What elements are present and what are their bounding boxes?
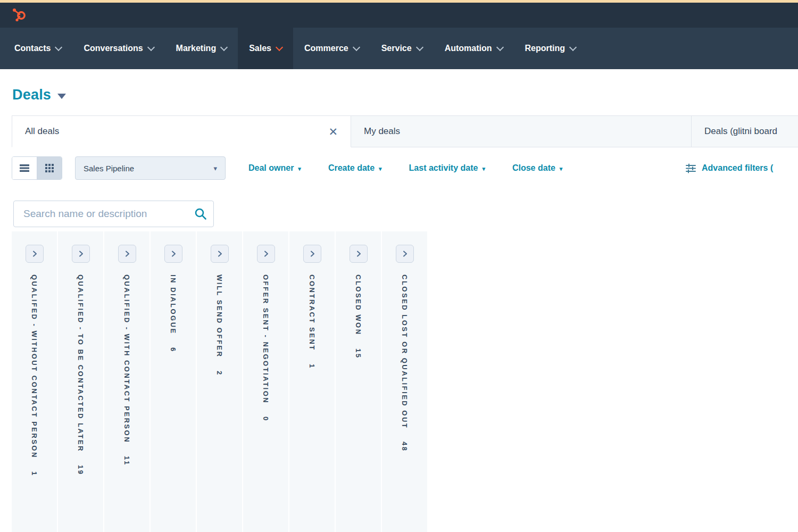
filter-label: Deal owner xyxy=(248,163,294,173)
filter-last-activity-date[interactable]: Last activity date ▾ xyxy=(409,163,485,173)
advanced-filters-icon xyxy=(685,163,696,174)
chevron-right-icon xyxy=(31,251,38,257)
column-count: 1 xyxy=(30,471,38,477)
expand-column-button[interactable] xyxy=(211,245,229,263)
advanced-filters-label: Advanced filters ( xyxy=(702,163,773,173)
column-name: CONTRACT SENT xyxy=(308,275,316,351)
pipeline-column: OFFER SENT - NEGOTIATION 0 xyxy=(243,231,288,532)
column-name: CLOSED LOST OR QUALIFIED OUT xyxy=(401,275,409,429)
pipeline-column: QUALIFIED - WITH CONTACT PERSON 11 xyxy=(104,231,149,532)
tab-label: Deals (glitni board xyxy=(704,126,777,137)
nav-item-label: Marketing xyxy=(176,44,217,53)
page-title-row: Deals xyxy=(12,87,66,103)
nav-item-label: Commerce xyxy=(304,44,348,53)
nav-item-automation[interactable]: Automation xyxy=(434,28,514,69)
search-icon[interactable] xyxy=(194,207,207,223)
nav-item-sales[interactable]: Sales xyxy=(238,28,293,69)
nav-item-label: Service xyxy=(381,44,412,53)
page-title[interactable]: Deals xyxy=(12,87,51,103)
column-name: WILL SEND OFFER xyxy=(215,275,223,358)
column-name: QUALIFIED - WITH CONTACT PERSON xyxy=(123,275,131,443)
nav-item-label: Conversations xyxy=(84,44,143,53)
nav-item-commerce[interactable]: Commerce xyxy=(293,28,370,69)
column-count: 0 xyxy=(262,417,270,422)
column-count: 19 xyxy=(77,465,85,475)
pipeline-column: QUALIFED - WITHOUT CONTACT PERSON 1 xyxy=(12,231,57,532)
expand-column-button[interactable] xyxy=(257,245,275,263)
nav-item-marketing[interactable]: Marketing xyxy=(165,28,238,69)
column-count: 15 xyxy=(354,348,362,359)
nav-item-reporting[interactable]: Reporting xyxy=(514,28,587,69)
nav-item-label: Sales xyxy=(249,44,271,53)
column-name: CLOSED WON xyxy=(354,275,362,336)
chevron-right-icon xyxy=(355,251,362,257)
filter-label: Close date xyxy=(512,163,555,173)
chevron-down-icon xyxy=(569,43,577,51)
column-header: OFFER SENT - NEGOTIATION 0 xyxy=(262,275,270,422)
close-icon[interactable]: ✕ xyxy=(328,126,338,137)
tab-deals-glitni-board[interactable]: Deals (glitni board xyxy=(692,115,798,147)
expand-column-button[interactable] xyxy=(303,245,321,263)
view-tabs: All deals ✕ My deals Deals (glitni board xyxy=(12,115,798,147)
quick-filters: Deal owner ▾ Create date ▾ Last activity… xyxy=(248,163,562,173)
tab-label: My deals xyxy=(364,126,400,137)
column-count: 1 xyxy=(308,364,316,369)
nav-item-label: Contacts xyxy=(14,44,51,53)
chevron-right-icon xyxy=(309,251,315,257)
search-input[interactable] xyxy=(13,201,214,227)
filter-label: Last activity date xyxy=(409,163,478,173)
chevron-down-icon xyxy=(496,43,503,51)
column-header: WILL SEND OFFER 2 xyxy=(215,275,223,376)
column-count: 6 xyxy=(169,347,177,353)
column-header: QUALIFIED - TO BE CONTACTED LATER 19 xyxy=(77,275,85,475)
expand-column-button[interactable] xyxy=(164,245,182,263)
pipeline-column: WILL SEND OFFER 2 xyxy=(197,231,242,532)
column-header: CLOSED WON 15 xyxy=(354,275,362,359)
board-view-button[interactable] xyxy=(37,157,62,179)
nav-item-conversations[interactable]: Conversations xyxy=(72,28,164,69)
pipeline-select[interactable]: Sales Pipeline ▾ xyxy=(75,156,226,180)
tab-all-deals[interactable]: All deals ✕ xyxy=(12,115,351,147)
chevron-down-icon xyxy=(276,43,283,51)
pipeline-column: CONTRACT SENT 1 xyxy=(289,231,335,532)
column-name: QUALIFED - WITHOUT CONTACT PERSON xyxy=(30,275,38,459)
filter-label: Create date xyxy=(328,163,375,173)
controls-row: Sales Pipeline ▾ Deal owner ▾ Create dat… xyxy=(12,156,562,180)
caret-down-icon: ▾ xyxy=(560,165,563,172)
caret-down-icon: ▾ xyxy=(298,165,301,172)
tab-label: All deals xyxy=(25,126,59,137)
title-caret-down-icon[interactable] xyxy=(57,94,66,99)
column-header: CONTRACT SENT 1 xyxy=(308,275,316,369)
list-view-button[interactable] xyxy=(12,157,37,179)
column-count: 48 xyxy=(401,442,409,452)
expand-column-button[interactable] xyxy=(26,245,44,263)
caret-down-icon: ▾ xyxy=(482,165,485,172)
nav-item-service[interactable]: Service xyxy=(370,28,434,69)
chevron-right-icon xyxy=(124,251,130,257)
chevron-down-icon xyxy=(353,43,360,51)
chevron-down-icon xyxy=(55,43,62,51)
filter-close-date[interactable]: Close date ▾ xyxy=(512,163,562,173)
expand-column-button[interactable] xyxy=(118,245,136,263)
nav-item-contacts[interactable]: Contacts xyxy=(3,28,72,69)
pipeline-column: CLOSED WON 15 xyxy=(336,231,381,532)
pipeline-column: IN DIALOGUE 6 xyxy=(151,231,196,532)
expand-column-button[interactable] xyxy=(396,245,414,263)
pipeline-column: CLOSED LOST OR QUALIFIED OUT 48 xyxy=(382,231,427,532)
filter-create-date[interactable]: Create date ▾ xyxy=(328,163,382,173)
list-view-icon xyxy=(18,162,31,174)
filter-deal-owner[interactable]: Deal owner ▾ xyxy=(248,163,301,173)
view-toggle-group xyxy=(12,156,62,180)
expand-column-button[interactable] xyxy=(350,245,368,263)
column-name: IN DIALOGUE xyxy=(169,275,177,335)
hubspot-logo-icon[interactable] xyxy=(11,7,28,24)
column-count: 2 xyxy=(215,371,223,376)
advanced-filters-button[interactable]: Advanced filters ( xyxy=(685,156,773,180)
column-name: QUALIFIED - TO BE CONTACTED LATER xyxy=(77,275,85,452)
nav-item-label: Reporting xyxy=(525,44,566,53)
topbar xyxy=(0,3,798,28)
chevron-right-icon xyxy=(263,251,269,257)
dropdown-caret-icon: ▾ xyxy=(213,164,217,172)
expand-column-button[interactable] xyxy=(72,245,90,263)
tab-my-deals[interactable]: My deals xyxy=(351,115,692,147)
